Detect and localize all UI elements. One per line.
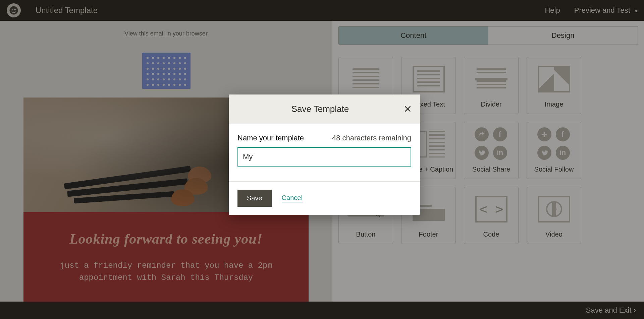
close-icon[interactable]: ✕	[404, 103, 412, 115]
template-name-input[interactable]	[237, 147, 411, 167]
chars-remaining: 48 characters remaining	[332, 134, 411, 142]
name-template-label: Name your template	[237, 134, 304, 142]
save-template-modal: Save Template ✕ Name your template 48 ch…	[229, 94, 420, 215]
save-button[interactable]: Save	[237, 190, 272, 207]
cancel-button[interactable]: Cancel	[282, 194, 303, 202]
modal-title: Save Template	[237, 104, 404, 114]
